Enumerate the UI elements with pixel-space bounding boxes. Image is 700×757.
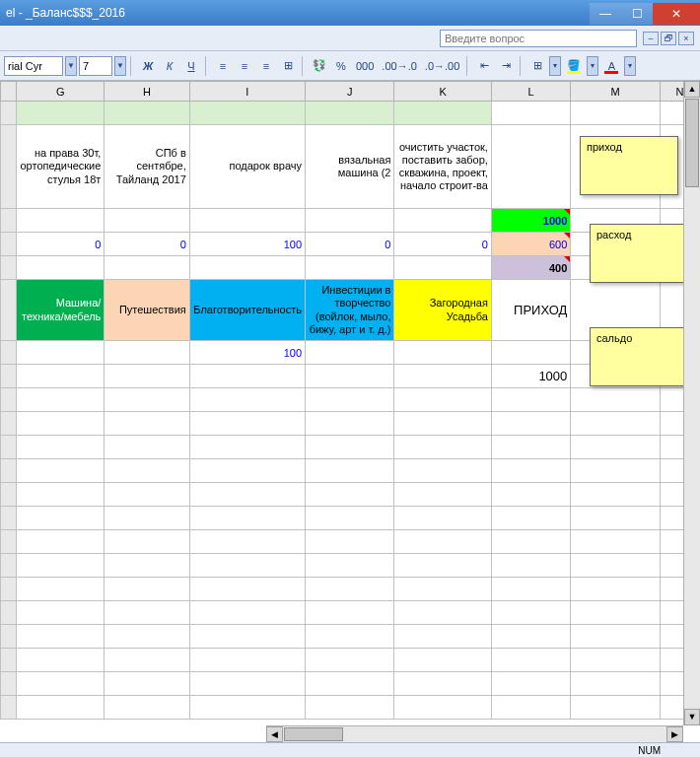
header-cell[interactable]: ПРИХОД [491, 280, 570, 341]
underline-button[interactable]: Ч [181, 56, 201, 76]
comment-note[interactable]: приход [580, 136, 678, 195]
thousands-button[interactable]: 000 [353, 56, 377, 76]
indent-dec-icon[interactable]: ⇤ [474, 56, 494, 76]
font-dropdown-icon[interactable]: ▼ [65, 56, 77, 76]
dec-dec-icon[interactable]: .0→.00 [422, 56, 462, 76]
cell[interactable]: 100 [189, 233, 305, 256]
spreadsheet-grid[interactable]: G H I J K L M N на права 30т, ортопедиче… [0, 81, 700, 751]
cell[interactable]: 0 [105, 233, 189, 256]
numlock-indicator: NUM [638, 745, 661, 756]
cell[interactable]: СПб в сентябре, Тайланд 2017 [105, 125, 189, 209]
cell-balance[interactable]: 400 [491, 256, 570, 280]
currency-icon[interactable]: 💱 [310, 56, 329, 76]
colhead-g[interactable]: G [17, 82, 105, 102]
menu-row: – 🗗 × [0, 26, 700, 51]
cell[interactable]: подарок врачу [189, 125, 305, 209]
header-cell[interactable]: Загородная Усадьба [394, 280, 491, 341]
scroll-thumb[interactable] [284, 727, 343, 741]
fill-color-icon[interactable]: 🪣 [563, 56, 585, 76]
align-left-icon[interactable]: ≡ [213, 56, 233, 76]
header-cell[interactable]: Машина/техника/мебель [17, 280, 105, 341]
doc-window-buttons: – 🗗 × [643, 32, 694, 45]
cell-income[interactable]: 1000 [491, 209, 570, 233]
bold-button[interactable]: Ж [138, 56, 158, 76]
colhead-m[interactable]: M [571, 82, 660, 102]
window-buttons: — ☐ ✕ [590, 1, 700, 25]
cell[interactable]: 100 [189, 341, 305, 365]
doc-min-icon[interactable]: – [643, 32, 659, 45]
minimize-button[interactable]: — [590, 3, 621, 25]
cell[interactable]: 0 [306, 233, 394, 256]
align-right-icon[interactable]: ≡ [256, 56, 276, 76]
colhead-l[interactable]: L [491, 82, 570, 102]
maximize-button[interactable]: ☐ [621, 3, 653, 25]
font-color-icon[interactable]: A [600, 56, 622, 76]
titlebar: el - _Баланс$$$_2016 — ☐ ✕ [0, 0, 700, 26]
cell[interactable]: вязальная машина (2 [306, 125, 394, 209]
vertical-scrollbar[interactable]: ▲ ▼ [683, 81, 700, 725]
scroll-up-icon[interactable]: ▲ [684, 81, 700, 98]
italic-button[interactable]: К [160, 56, 179, 76]
horizontal-scrollbar[interactable]: ◀ ▶ [266, 725, 683, 742]
scroll-down-icon[interactable]: ▼ [684, 709, 700, 725]
comment-note[interactable]: сальдо [590, 327, 688, 386]
cell[interactable]: 0 [394, 233, 491, 256]
colhead-j[interactable]: J [306, 82, 394, 102]
cell-expense[interactable]: 600 [491, 233, 570, 256]
cell[interactable]: 1000 [491, 365, 570, 388]
colhead-h[interactable]: H [105, 82, 189, 102]
scroll-right-icon[interactable]: ▶ [666, 726, 683, 742]
indent-inc-icon[interactable]: ⇥ [496, 56, 516, 76]
doc-close-icon[interactable]: × [678, 32, 694, 45]
comment-note[interactable]: расход [590, 224, 688, 283]
header-cell[interactable]: Инвестиции в творчество (войлок, мыло, б… [306, 280, 394, 341]
colhead-i[interactable]: I [189, 82, 305, 102]
colhead-k[interactable]: K [394, 82, 491, 102]
percent-button[interactable]: % [331, 56, 351, 76]
format-toolbar: ▼ ▼ Ж К Ч ≡ ≡ ≡ ⊞ 💱 % 000 .00→.0 .0→.00 … [0, 51, 700, 81]
close-button[interactable]: ✕ [653, 3, 700, 25]
fontsize-select[interactable] [79, 56, 112, 76]
corner-cell[interactable] [1, 82, 17, 102]
window-title: el - _Баланс$$$_2016 [6, 6, 125, 20]
fontsize-dropdown-icon[interactable]: ▼ [114, 56, 126, 76]
ask-input[interactable] [440, 30, 637, 47]
status-bar: NUM [0, 742, 700, 757]
doc-restore-icon[interactable]: 🗗 [661, 32, 676, 45]
borders-icon[interactable]: ⊞ [527, 56, 547, 76]
header-cell[interactable]: Благотворительность [189, 280, 305, 341]
dec-inc-icon[interactable]: .00→.0 [379, 56, 419, 76]
cell[interactable]: 0 [17, 233, 105, 256]
merge-icon[interactable]: ⊞ [278, 56, 298, 76]
borders-dropdown-icon[interactable]: ▾ [549, 56, 561, 76]
fill-dropdown-icon[interactable]: ▾ [587, 56, 598, 76]
scroll-left-icon[interactable]: ◀ [266, 726, 283, 742]
scroll-thumb[interactable] [685, 99, 699, 187]
align-center-icon[interactable]: ≡ [235, 56, 254, 76]
cell[interactable]: на права 30т, ортопедические стулья 18т [17, 125, 105, 209]
header-cell[interactable]: Путешествия [105, 280, 189, 341]
cell[interactable]: очистить участок, поставить забор, скваж… [394, 125, 491, 209]
fontcolor-dropdown-icon[interactable]: ▾ [624, 56, 636, 76]
font-select[interactable] [4, 56, 63, 76]
